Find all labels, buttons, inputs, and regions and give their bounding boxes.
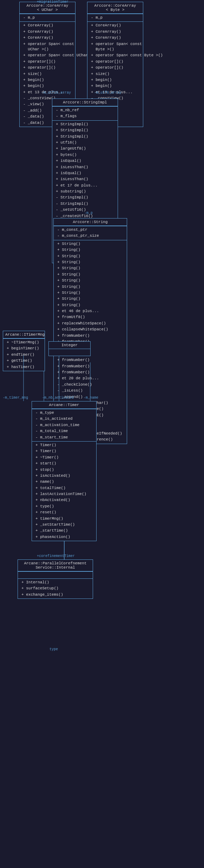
member: begin() [22, 77, 73, 83]
member: phaseAction() [34, 534, 94, 540]
member: m_is_activated [34, 416, 94, 422]
member: nbActivated() [34, 497, 94, 503]
member: getTime() [5, 358, 42, 364]
m-p-label: -m_p [84, 211, 93, 215]
member: start() [34, 461, 94, 467]
member: CoreArray() [22, 35, 73, 41]
member: size() [22, 71, 73, 77]
member: _setStartTime() [34, 522, 94, 528]
core-array-byte-title: Arccore::CoreArray< Byte > [87, 2, 143, 14]
member: String() [56, 302, 125, 308]
member: et 46 de plus... [56, 308, 125, 314]
parallel-coref-box: Arcane::ParallelCorefnementService::Inte… [18, 559, 93, 599]
member: String() [56, 241, 125, 247]
m-utf16-array-label: -m_utf16_array [41, 91, 71, 95]
member: begin() [22, 83, 73, 89]
m-timer-mng-label: -m_timer_mng [3, 396, 28, 400]
arc-string-title: Arccore::String [54, 218, 127, 226]
member: StringImpl() [54, 127, 116, 133]
member: _isLess() [56, 388, 125, 394]
member: m_p [90, 15, 141, 21]
member: operator[]() [22, 65, 73, 71]
member: operator[]() [90, 59, 141, 65]
corefinement-timer-label: +corefinementTimer [37, 554, 75, 558]
member: m_start_time [34, 435, 94, 441]
member: String() [56, 253, 125, 259]
member: largeUtf8() [54, 146, 116, 152]
member: Internal() [20, 579, 91, 585]
member: CoreArray() [22, 29, 73, 35]
member: reset() [34, 509, 94, 515]
member: fromNumber() [56, 363, 125, 369]
member: _checkClone() [56, 382, 125, 388]
member: CoreArray() [90, 29, 141, 35]
member: type() [34, 503, 94, 509]
member: isLessThan() [54, 164, 116, 170]
member: name() [34, 479, 94, 485]
member: ~ITimerMng() [5, 340, 42, 346]
integer-box: Integer [48, 341, 91, 356]
member: operator Span< const Byte >() [90, 52, 141, 58]
member: m_total_time [34, 428, 94, 434]
member: et 17 de plus... [54, 183, 116, 189]
member: surfaceSetup() [20, 585, 91, 591]
member: StringImpl() [54, 121, 116, 127]
m-nb-activated-label: -m_nb_activated [42, 396, 74, 400]
member: m_const_ptr [56, 227, 125, 233]
member: begin() [90, 77, 141, 83]
member: lastActivationTime() [34, 491, 94, 497]
member: CoreArray() [90, 23, 141, 28]
member: operator Span< const UChar >() [22, 41, 73, 53]
member: String() [56, 284, 125, 290]
member: fromNumber() [56, 357, 125, 363]
member: size() [90, 71, 141, 77]
itimer-mng-title: Arcane::ITimerMng [3, 331, 45, 338]
member: String() [56, 272, 125, 278]
member: _startTime() [34, 528, 94, 534]
member: operator[]() [90, 65, 141, 71]
member: StringImpl() [54, 134, 116, 140]
member: operator Span< const UChar >() [22, 52, 73, 58]
member: isActivated() [34, 473, 94, 479]
member: timerMng() [34, 516, 94, 522]
member: bytes() [54, 152, 116, 158]
member: CoreArray() [22, 23, 73, 28]
member: m_type [34, 410, 94, 416]
member: m_const_ptr_size [56, 233, 125, 239]
member: Timer() [34, 448, 94, 454]
parallel-coref-title: Arcane::ParallelCorefnementService::Inte… [18, 560, 93, 571]
member: m_nb_ref [54, 107, 116, 113]
member: String() [56, 296, 125, 302]
member: ~Timer() [34, 455, 94, 461]
integer-title: Integer [49, 342, 90, 349]
member: utf16() [54, 140, 116, 146]
member: et 20 de plus... [56, 375, 125, 381]
member: substring() [54, 189, 116, 195]
member: StringImpl() [54, 201, 116, 207]
member: String() [56, 247, 125, 253]
member: fromUtf8() [56, 314, 125, 320]
member: begin() [90, 83, 141, 89]
arc-timer-box: Arcane::Timer m_type m_is_activated m_ac… [32, 401, 97, 541]
itimer-mng-box: Arcane::ITimerMng ~ITimerMng() beginTime… [3, 331, 45, 371]
member: isEqual() [54, 170, 116, 176]
member: CoreArray() [90, 35, 141, 41]
m-name-label: -m_name [84, 396, 98, 400]
type-label: type [50, 647, 58, 651]
member: String() [56, 290, 125, 296]
member: isLessThan() [54, 176, 116, 182]
string-impl-title: Arccore::StringImpl [52, 99, 118, 106]
diagram-container: Arccore::CoreArray< UChar > m_p CoreArra… [0, 0, 204, 868]
member: operator[]() [22, 59, 73, 65]
arc-timer-title: Arcane::Timer [32, 401, 96, 409]
member: isEqual() [54, 158, 116, 164]
member: hasTimer() [5, 364, 42, 370]
member: m_activation_time [34, 422, 94, 428]
member: totalTime() [34, 485, 94, 491]
member: String() [56, 278, 125, 284]
member: operator Span< const Byte >() [90, 41, 141, 53]
member: m_p [22, 15, 73, 21]
member: StringImpl() [54, 195, 116, 201]
member: fromNumber() [56, 369, 125, 375]
member: Timer() [34, 442, 94, 448]
